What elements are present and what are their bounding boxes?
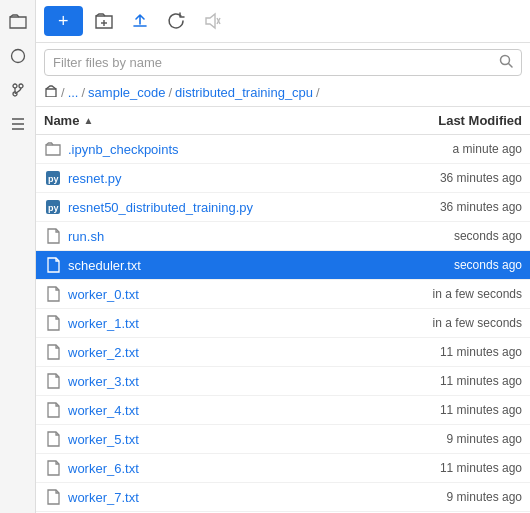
new-folder-button[interactable]	[89, 6, 119, 36]
file-name: run.sh	[68, 229, 362, 244]
breadcrumb-sep-1: /	[61, 85, 65, 100]
list-nav-icon[interactable]	[4, 110, 32, 138]
file-type-icon	[44, 372, 62, 390]
search-input[interactable]	[53, 55, 499, 70]
file-table: Name ▲ Last Modified .ipynb_checkpoints …	[36, 106, 530, 513]
table-row[interactable]: .ipynb_checkpoints a minute ago	[36, 135, 530, 164]
sort-arrow-icon: ▲	[83, 115, 93, 126]
sidebar	[0, 0, 36, 513]
toolbar: +	[36, 0, 530, 43]
file-type-icon	[44, 343, 62, 361]
file-type-icon: py	[44, 198, 62, 216]
file-modified: 9 minutes ago	[362, 432, 522, 446]
table-row[interactable]: py resnet.py 36 minutes ago	[36, 164, 530, 193]
file-modified: 36 minutes ago	[362, 171, 522, 185]
file-modified: 36 minutes ago	[362, 200, 522, 214]
file-name: resnet.py	[68, 171, 362, 186]
breadcrumb-sep-4: /	[316, 85, 320, 100]
file-name: worker_0.txt	[68, 287, 362, 302]
breadcrumb-sample-code[interactable]: sample_code	[88, 85, 165, 100]
circle-nav-icon[interactable]	[4, 42, 32, 70]
table-row[interactable]: worker_6.txt 11 minutes ago	[36, 454, 530, 483]
file-name: worker_2.txt	[68, 345, 362, 360]
file-name: worker_4.txt	[68, 403, 362, 418]
file-name: resnet50_distributed_training.py	[68, 200, 362, 215]
file-type-icon	[44, 459, 62, 477]
table-row[interactable]: worker_2.txt 11 minutes ago	[36, 338, 530, 367]
breadcrumb-ellipsis[interactable]: ...	[68, 85, 79, 100]
file-name: worker_5.txt	[68, 432, 362, 447]
new-button[interactable]: +	[44, 6, 83, 36]
table-row[interactable]: worker_7.txt 9 minutes ago	[36, 483, 530, 512]
file-type-icon: py	[44, 169, 62, 187]
search-icon	[499, 54, 513, 71]
file-name: scheduler.txt	[68, 258, 362, 273]
file-modified: 11 minutes ago	[362, 345, 522, 359]
file-modified: 11 minutes ago	[362, 374, 522, 388]
mute-button[interactable]	[197, 6, 227, 36]
file-modified: seconds ago	[362, 258, 522, 272]
refresh-button[interactable]	[161, 6, 191, 36]
svg-text:py: py	[48, 203, 59, 213]
file-name: worker_6.txt	[68, 461, 362, 476]
folder-nav-icon[interactable]	[4, 8, 32, 36]
file-modified: 11 minutes ago	[362, 403, 522, 417]
file-name: .ipynb_checkpoints	[68, 142, 362, 157]
file-type-icon	[44, 227, 62, 245]
file-modified: seconds ago	[362, 229, 522, 243]
file-modified: a minute ago	[362, 142, 522, 156]
file-modified: in a few seconds	[362, 287, 522, 301]
upload-button[interactable]	[125, 6, 155, 36]
table-header: Name ▲ Last Modified	[36, 107, 530, 135]
svg-line-13	[509, 64, 513, 68]
file-name: worker_3.txt	[68, 374, 362, 389]
breadcrumb-current[interactable]: distributed_training_cpu	[175, 85, 313, 100]
col-name-header: Name ▲	[44, 113, 362, 128]
file-name: worker_1.txt	[68, 316, 362, 331]
breadcrumb-sep-3: /	[168, 85, 172, 100]
file-type-icon	[44, 488, 62, 506]
file-type-icon	[44, 401, 62, 419]
file-type-icon	[44, 256, 62, 274]
git-nav-icon[interactable]	[4, 76, 32, 104]
table-row[interactable]: worker_1.txt in a few seconds	[36, 309, 530, 338]
search-bar	[44, 49, 522, 76]
table-row[interactable]: worker_0.txt in a few seconds	[36, 280, 530, 309]
file-list: .ipynb_checkpoints a minute ago py resne…	[36, 135, 530, 512]
file-type-icon	[44, 430, 62, 448]
svg-text:py: py	[48, 174, 59, 184]
table-row[interactable]: worker_3.txt 11 minutes ago	[36, 367, 530, 396]
svg-marker-9	[206, 14, 215, 28]
file-modified: 11 minutes ago	[362, 461, 522, 475]
file-name: worker_7.txt	[68, 490, 362, 505]
table-row[interactable]: worker_5.txt 9 minutes ago	[36, 425, 530, 454]
file-modified: 9 minutes ago	[362, 490, 522, 504]
breadcrumb-sep-2: /	[81, 85, 85, 100]
table-row[interactable]: py resnet50_distributed_training.py 36 m…	[36, 193, 530, 222]
breadcrumb-home[interactable]	[44, 84, 58, 100]
breadcrumb: / ... / sample_code / distributed_traini…	[36, 82, 530, 106]
svg-point-0	[11, 50, 24, 63]
file-modified: in a few seconds	[362, 316, 522, 330]
svg-point-1	[13, 84, 17, 88]
file-type-icon	[44, 285, 62, 303]
col-modified-header: Last Modified	[362, 113, 522, 128]
svg-point-3	[19, 84, 23, 88]
file-type-icon	[44, 140, 62, 158]
main-panel: +	[36, 0, 530, 513]
table-row[interactable]: scheduler.txt seconds ago	[36, 251, 530, 280]
table-row[interactable]: run.sh seconds ago	[36, 222, 530, 251]
file-type-icon	[44, 314, 62, 332]
table-row[interactable]: worker_4.txt 11 minutes ago	[36, 396, 530, 425]
